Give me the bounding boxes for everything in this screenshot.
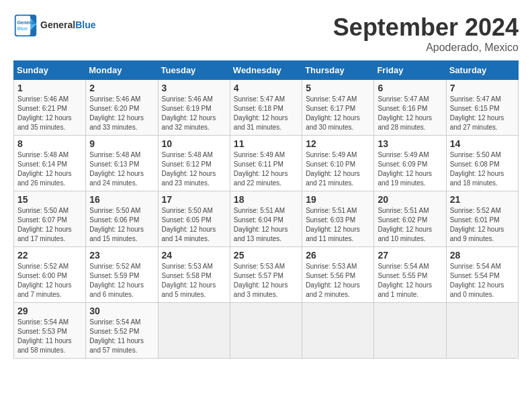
- day-cell: 12 Sunrise: 5:49 AM Sunset: 6:10 PM Dayl…: [302, 136, 374, 191]
- day-info: Sunrise: 5:50 AM Sunset: 6:05 PM Dayligh…: [162, 206, 226, 244]
- day-info: Sunrise: 5:52 AM Sunset: 6:01 PM Dayligh…: [450, 206, 515, 244]
- day-cell: 4 Sunrise: 5:47 AM Sunset: 6:18 PM Dayli…: [230, 80, 302, 136]
- day-cell: 18 Sunrise: 5:51 AM Sunset: 6:04 PM Dayl…: [230, 191, 302, 247]
- header-sunday: Sunday: [14, 61, 86, 80]
- day-cell: 29 Sunrise: 5:54 AM Sunset: 5:53 PM Dayl…: [14, 303, 86, 359]
- day-number: 13: [378, 138, 442, 149]
- calendar-row: 8 Sunrise: 5:48 AM Sunset: 6:14 PM Dayli…: [14, 136, 519, 191]
- empty-cell: [158, 303, 230, 359]
- day-info: Sunrise: 5:53 AM Sunset: 5:56 PM Dayligh…: [306, 262, 370, 300]
- day-cell: 26 Sunrise: 5:53 AM Sunset: 5:56 PM Dayl…: [302, 247, 374, 303]
- day-number: 24: [162, 250, 226, 261]
- day-number: 9: [89, 138, 154, 149]
- day-number: 20: [378, 194, 442, 205]
- svg-text:General: General: [17, 19, 35, 26]
- day-cell: 2 Sunrise: 5:46 AM Sunset: 6:20 PM Dayli…: [86, 80, 158, 136]
- header-monday: Monday: [86, 61, 158, 80]
- day-number: 22: [17, 250, 82, 261]
- day-cell: 13 Sunrise: 5:49 AM Sunset: 6:09 PM Dayl…: [374, 136, 446, 191]
- day-number: 17: [162, 194, 226, 205]
- day-info: Sunrise: 5:46 AM Sunset: 6:21 PM Dayligh…: [17, 95, 82, 132]
- page-header: General Blue GeneralBlue September 2024 …: [13, 13, 519, 54]
- empty-cell: [446, 303, 518, 359]
- day-number: 16: [89, 194, 154, 205]
- day-number: 10: [162, 138, 226, 149]
- header-friday: Friday: [374, 61, 446, 80]
- day-cell: 19 Sunrise: 5:51 AM Sunset: 6:03 PM Dayl…: [302, 191, 374, 247]
- day-cell: 15 Sunrise: 5:50 AM Sunset: 6:07 PM Dayl…: [14, 191, 86, 247]
- day-number: 14: [450, 138, 515, 149]
- day-number: 21: [450, 194, 515, 205]
- day-info: Sunrise: 5:48 AM Sunset: 6:12 PM Dayligh…: [162, 150, 226, 188]
- day-cell: 10 Sunrise: 5:48 AM Sunset: 6:12 PM Dayl…: [158, 136, 230, 191]
- day-cell: 20 Sunrise: 5:51 AM Sunset: 6:02 PM Dayl…: [374, 191, 446, 247]
- location-title: Apoderado, Mexico: [333, 42, 519, 54]
- day-cell: 14 Sunrise: 5:50 AM Sunset: 6:08 PM Dayl…: [446, 136, 518, 191]
- day-cell: 16 Sunrise: 5:50 AM Sunset: 6:06 PM Dayl…: [86, 191, 158, 247]
- logo-icon: General Blue: [13, 13, 38, 38]
- weekday-header-row: Sunday Monday Tuesday Wednesday Thursday…: [14, 61, 519, 80]
- header-thursday: Thursday: [302, 61, 374, 80]
- day-number: 6: [378, 83, 442, 93]
- day-cell: 28 Sunrise: 5:54 AM Sunset: 5:54 PM Dayl…: [446, 247, 518, 303]
- calendar-row: 22 Sunrise: 5:52 AM Sunset: 6:00 PM Dayl…: [14, 247, 519, 303]
- day-info: Sunrise: 5:51 AM Sunset: 6:02 PM Dayligh…: [378, 206, 442, 244]
- empty-cell: [230, 303, 302, 359]
- day-cell: 27 Sunrise: 5:54 AM Sunset: 5:55 PM Dayl…: [374, 247, 446, 303]
- day-info: Sunrise: 5:50 AM Sunset: 6:06 PM Dayligh…: [89, 206, 154, 244]
- day-number: 26: [306, 250, 370, 261]
- day-number: 30: [89, 306, 154, 316]
- day-cell: 24 Sunrise: 5:53 AM Sunset: 5:58 PM Dayl…: [158, 247, 230, 303]
- svg-text:Blue: Blue: [17, 26, 28, 32]
- day-cell: 22 Sunrise: 5:52 AM Sunset: 6:00 PM Dayl…: [14, 247, 86, 303]
- day-info: Sunrise: 5:52 AM Sunset: 6:00 PM Dayligh…: [17, 262, 82, 300]
- day-cell: 11 Sunrise: 5:49 AM Sunset: 6:11 PM Dayl…: [230, 136, 302, 191]
- day-info: Sunrise: 5:47 AM Sunset: 6:16 PM Dayligh…: [378, 95, 442, 132]
- day-cell: 21 Sunrise: 5:52 AM Sunset: 6:01 PM Dayl…: [446, 191, 518, 247]
- day-number: 28: [450, 250, 515, 261]
- day-info: Sunrise: 5:50 AM Sunset: 6:08 PM Dayligh…: [450, 150, 515, 188]
- day-number: 15: [17, 194, 82, 205]
- day-cell: 17 Sunrise: 5:50 AM Sunset: 6:05 PM Dayl…: [158, 191, 230, 247]
- calendar-row: 15 Sunrise: 5:50 AM Sunset: 6:07 PM Dayl…: [14, 191, 519, 247]
- day-number: 23: [89, 250, 154, 261]
- day-cell: 9 Sunrise: 5:48 AM Sunset: 6:13 PM Dayli…: [86, 136, 158, 191]
- empty-cell: [374, 303, 446, 359]
- day-info: Sunrise: 5:49 AM Sunset: 6:11 PM Dayligh…: [234, 150, 298, 188]
- day-number: 25: [234, 250, 298, 261]
- day-cell: 25 Sunrise: 5:53 AM Sunset: 5:57 PM Dayl…: [230, 247, 302, 303]
- day-number: 5: [306, 83, 370, 93]
- header-saturday: Saturday: [446, 61, 518, 80]
- day-info: Sunrise: 5:47 AM Sunset: 6:18 PM Dayligh…: [234, 95, 298, 132]
- day-info: Sunrise: 5:50 AM Sunset: 6:07 PM Dayligh…: [17, 206, 82, 244]
- day-info: Sunrise: 5:54 AM Sunset: 5:53 PM Dayligh…: [17, 318, 82, 355]
- day-number: 3: [162, 83, 226, 93]
- day-cell: 5 Sunrise: 5:47 AM Sunset: 6:17 PM Dayli…: [302, 80, 374, 136]
- day-cell: 6 Sunrise: 5:47 AM Sunset: 6:16 PM Dayli…: [374, 80, 446, 136]
- day-info: Sunrise: 5:47 AM Sunset: 6:15 PM Dayligh…: [450, 95, 515, 132]
- day-info: Sunrise: 5:51 AM Sunset: 6:04 PM Dayligh…: [234, 206, 298, 244]
- day-info: Sunrise: 5:46 AM Sunset: 6:19 PM Dayligh…: [162, 95, 226, 132]
- day-number: 29: [17, 306, 82, 316]
- calendar-row: 29 Sunrise: 5:54 AM Sunset: 5:53 PM Dayl…: [14, 303, 519, 359]
- day-cell: 30 Sunrise: 5:54 AM Sunset: 5:52 PM Dayl…: [86, 303, 158, 359]
- title-area: September 2024 Apoderado, Mexico: [333, 13, 519, 54]
- day-info: Sunrise: 5:54 AM Sunset: 5:54 PM Dayligh…: [450, 262, 515, 300]
- calendar-row: 1 Sunrise: 5:46 AM Sunset: 6:21 PM Dayli…: [14, 80, 519, 136]
- day-info: Sunrise: 5:53 AM Sunset: 5:57 PM Dayligh…: [234, 262, 298, 300]
- day-number: 1: [17, 83, 82, 93]
- day-info: Sunrise: 5:51 AM Sunset: 6:03 PM Dayligh…: [306, 206, 370, 244]
- calendar-table: Sunday Monday Tuesday Wednesday Thursday…: [13, 60, 519, 359]
- day-info: Sunrise: 5:49 AM Sunset: 6:09 PM Dayligh…: [378, 150, 442, 188]
- day-info: Sunrise: 5:54 AM Sunset: 5:55 PM Dayligh…: [378, 262, 442, 300]
- day-number: 2: [89, 83, 154, 93]
- day-number: 27: [378, 250, 442, 261]
- day-number: 19: [306, 194, 370, 205]
- day-info: Sunrise: 5:54 AM Sunset: 5:52 PM Dayligh…: [89, 318, 154, 355]
- day-info: Sunrise: 5:53 AM Sunset: 5:58 PM Dayligh…: [162, 262, 226, 300]
- day-info: Sunrise: 5:48 AM Sunset: 6:13 PM Dayligh…: [89, 150, 154, 188]
- day-info: Sunrise: 5:46 AM Sunset: 6:20 PM Dayligh…: [89, 95, 154, 132]
- day-number: 8: [17, 138, 82, 149]
- day-cell: 8 Sunrise: 5:48 AM Sunset: 6:14 PM Dayli…: [14, 136, 86, 191]
- day-number: 18: [234, 194, 298, 205]
